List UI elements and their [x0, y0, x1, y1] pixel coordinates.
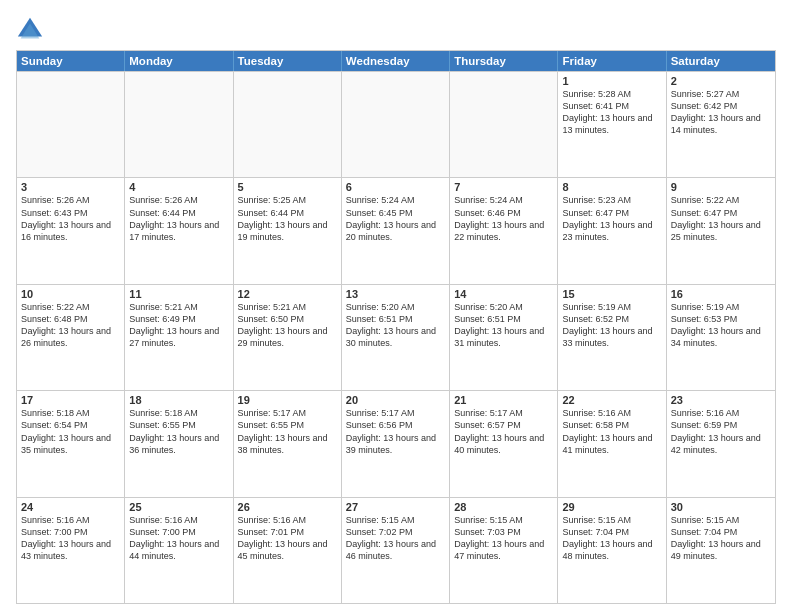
day-info: Sunrise: 5:22 AM Sunset: 6:47 PM Dayligh…: [671, 194, 771, 243]
header-cell-saturday: Saturday: [667, 51, 775, 71]
day-number: 29: [562, 501, 661, 513]
week-row-3: 10Sunrise: 5:22 AM Sunset: 6:48 PM Dayli…: [17, 284, 775, 390]
day-info: Sunrise: 5:16 AM Sunset: 7:01 PM Dayligh…: [238, 514, 337, 563]
day-number: 18: [129, 394, 228, 406]
day-number: 25: [129, 501, 228, 513]
header-cell-wednesday: Wednesday: [342, 51, 450, 71]
calendar: SundayMondayTuesdayWednesdayThursdayFrid…: [16, 50, 776, 604]
empty-cell: [234, 72, 342, 177]
day-cell-6: 6Sunrise: 5:24 AM Sunset: 6:45 PM Daylig…: [342, 178, 450, 283]
day-cell-14: 14Sunrise: 5:20 AM Sunset: 6:51 PM Dayli…: [450, 285, 558, 390]
day-number: 9: [671, 181, 771, 193]
day-cell-7: 7Sunrise: 5:24 AM Sunset: 6:46 PM Daylig…: [450, 178, 558, 283]
day-cell-23: 23Sunrise: 5:16 AM Sunset: 6:59 PM Dayli…: [667, 391, 775, 496]
day-cell-18: 18Sunrise: 5:18 AM Sunset: 6:55 PM Dayli…: [125, 391, 233, 496]
day-cell-5: 5Sunrise: 5:25 AM Sunset: 6:44 PM Daylig…: [234, 178, 342, 283]
week-row-5: 24Sunrise: 5:16 AM Sunset: 7:00 PM Dayli…: [17, 497, 775, 603]
day-cell-29: 29Sunrise: 5:15 AM Sunset: 7:04 PM Dayli…: [558, 498, 666, 603]
day-info: Sunrise: 5:24 AM Sunset: 6:45 PM Dayligh…: [346, 194, 445, 243]
header-cell-friday: Friday: [558, 51, 666, 71]
day-number: 23: [671, 394, 771, 406]
day-info: Sunrise: 5:16 AM Sunset: 6:59 PM Dayligh…: [671, 407, 771, 456]
day-cell-22: 22Sunrise: 5:16 AM Sunset: 6:58 PM Dayli…: [558, 391, 666, 496]
day-info: Sunrise: 5:18 AM Sunset: 6:55 PM Dayligh…: [129, 407, 228, 456]
day-info: Sunrise: 5:15 AM Sunset: 7:03 PM Dayligh…: [454, 514, 553, 563]
day-cell-4: 4Sunrise: 5:26 AM Sunset: 6:44 PM Daylig…: [125, 178, 233, 283]
day-cell-20: 20Sunrise: 5:17 AM Sunset: 6:56 PM Dayli…: [342, 391, 450, 496]
calendar-body: 1Sunrise: 5:28 AM Sunset: 6:41 PM Daylig…: [17, 71, 775, 603]
day-cell-17: 17Sunrise: 5:18 AM Sunset: 6:54 PM Dayli…: [17, 391, 125, 496]
day-info: Sunrise: 5:22 AM Sunset: 6:48 PM Dayligh…: [21, 301, 120, 350]
day-info: Sunrise: 5:21 AM Sunset: 6:50 PM Dayligh…: [238, 301, 337, 350]
day-number: 1: [562, 75, 661, 87]
day-info: Sunrise: 5:20 AM Sunset: 6:51 PM Dayligh…: [454, 301, 553, 350]
day-cell-30: 30Sunrise: 5:15 AM Sunset: 7:04 PM Dayli…: [667, 498, 775, 603]
day-number: 3: [21, 181, 120, 193]
day-cell-21: 21Sunrise: 5:17 AM Sunset: 6:57 PM Dayli…: [450, 391, 558, 496]
day-cell-2: 2Sunrise: 5:27 AM Sunset: 6:42 PM Daylig…: [667, 72, 775, 177]
day-number: 11: [129, 288, 228, 300]
day-number: 30: [671, 501, 771, 513]
day-info: Sunrise: 5:16 AM Sunset: 7:00 PM Dayligh…: [21, 514, 120, 563]
day-cell-28: 28Sunrise: 5:15 AM Sunset: 7:03 PM Dayli…: [450, 498, 558, 603]
day-info: Sunrise: 5:19 AM Sunset: 6:52 PM Dayligh…: [562, 301, 661, 350]
day-info: Sunrise: 5:15 AM Sunset: 7:02 PM Dayligh…: [346, 514, 445, 563]
day-number: 10: [21, 288, 120, 300]
week-row-2: 3Sunrise: 5:26 AM Sunset: 6:43 PM Daylig…: [17, 177, 775, 283]
day-info: Sunrise: 5:27 AM Sunset: 6:42 PM Dayligh…: [671, 88, 771, 137]
day-cell-19: 19Sunrise: 5:17 AM Sunset: 6:55 PM Dayli…: [234, 391, 342, 496]
day-info: Sunrise: 5:17 AM Sunset: 6:56 PM Dayligh…: [346, 407, 445, 456]
day-info: Sunrise: 5:25 AM Sunset: 6:44 PM Dayligh…: [238, 194, 337, 243]
day-info: Sunrise: 5:20 AM Sunset: 6:51 PM Dayligh…: [346, 301, 445, 350]
day-number: 6: [346, 181, 445, 193]
day-cell-12: 12Sunrise: 5:21 AM Sunset: 6:50 PM Dayli…: [234, 285, 342, 390]
header-cell-monday: Monday: [125, 51, 233, 71]
day-number: 22: [562, 394, 661, 406]
day-info: Sunrise: 5:18 AM Sunset: 6:54 PM Dayligh…: [21, 407, 120, 456]
day-number: 12: [238, 288, 337, 300]
empty-cell: [450, 72, 558, 177]
logo: [16, 16, 48, 44]
day-number: 7: [454, 181, 553, 193]
day-number: 26: [238, 501, 337, 513]
week-row-1: 1Sunrise: 5:28 AM Sunset: 6:41 PM Daylig…: [17, 71, 775, 177]
day-number: 15: [562, 288, 661, 300]
week-row-4: 17Sunrise: 5:18 AM Sunset: 6:54 PM Dayli…: [17, 390, 775, 496]
day-number: 13: [346, 288, 445, 300]
day-cell-25: 25Sunrise: 5:16 AM Sunset: 7:00 PM Dayli…: [125, 498, 233, 603]
day-info: Sunrise: 5:23 AM Sunset: 6:47 PM Dayligh…: [562, 194, 661, 243]
header-cell-sunday: Sunday: [17, 51, 125, 71]
day-info: Sunrise: 5:28 AM Sunset: 6:41 PM Dayligh…: [562, 88, 661, 137]
day-number: 24: [21, 501, 120, 513]
day-cell-26: 26Sunrise: 5:16 AM Sunset: 7:01 PM Dayli…: [234, 498, 342, 603]
empty-cell: [342, 72, 450, 177]
day-cell-10: 10Sunrise: 5:22 AM Sunset: 6:48 PM Dayli…: [17, 285, 125, 390]
header: [16, 12, 776, 44]
empty-cell: [17, 72, 125, 177]
day-number: 5: [238, 181, 337, 193]
day-cell-27: 27Sunrise: 5:15 AM Sunset: 7:02 PM Dayli…: [342, 498, 450, 603]
calendar-header: SundayMondayTuesdayWednesdayThursdayFrid…: [17, 51, 775, 71]
day-cell-8: 8Sunrise: 5:23 AM Sunset: 6:47 PM Daylig…: [558, 178, 666, 283]
day-cell-1: 1Sunrise: 5:28 AM Sunset: 6:41 PM Daylig…: [558, 72, 666, 177]
day-number: 4: [129, 181, 228, 193]
empty-cell: [125, 72, 233, 177]
day-info: Sunrise: 5:15 AM Sunset: 7:04 PM Dayligh…: [671, 514, 771, 563]
day-info: Sunrise: 5:16 AM Sunset: 7:00 PM Dayligh…: [129, 514, 228, 563]
day-info: Sunrise: 5:24 AM Sunset: 6:46 PM Dayligh…: [454, 194, 553, 243]
day-cell-16: 16Sunrise: 5:19 AM Sunset: 6:53 PM Dayli…: [667, 285, 775, 390]
day-info: Sunrise: 5:17 AM Sunset: 6:55 PM Dayligh…: [238, 407, 337, 456]
day-number: 14: [454, 288, 553, 300]
day-cell-9: 9Sunrise: 5:22 AM Sunset: 6:47 PM Daylig…: [667, 178, 775, 283]
day-number: 20: [346, 394, 445, 406]
day-cell-24: 24Sunrise: 5:16 AM Sunset: 7:00 PM Dayli…: [17, 498, 125, 603]
day-number: 27: [346, 501, 445, 513]
day-info: Sunrise: 5:21 AM Sunset: 6:49 PM Dayligh…: [129, 301, 228, 350]
day-info: Sunrise: 5:17 AM Sunset: 6:57 PM Dayligh…: [454, 407, 553, 456]
day-info: Sunrise: 5:16 AM Sunset: 6:58 PM Dayligh…: [562, 407, 661, 456]
day-number: 2: [671, 75, 771, 87]
day-cell-11: 11Sunrise: 5:21 AM Sunset: 6:49 PM Dayli…: [125, 285, 233, 390]
header-cell-thursday: Thursday: [450, 51, 558, 71]
day-number: 19: [238, 394, 337, 406]
day-cell-3: 3Sunrise: 5:26 AM Sunset: 6:43 PM Daylig…: [17, 178, 125, 283]
